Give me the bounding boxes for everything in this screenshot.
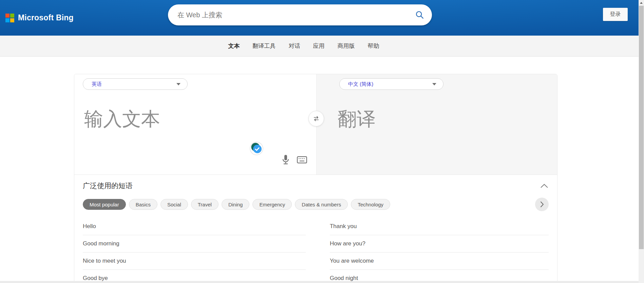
swap-languages-icon	[312, 115, 320, 122]
phrase-item[interactable]: Thank you	[330, 218, 549, 235]
phrase-item[interactable]: Hello	[83, 218, 306, 235]
phrase-column-target: Thank youHow are you?You are welcomeGood…	[330, 218, 549, 283]
target-language-label: 中文 (简体)	[348, 81, 373, 87]
target-language-dropdown[interactable]: 中文 (简体)	[339, 78, 443, 90]
phrase-item[interactable]: How are you?	[330, 235, 549, 252]
check-badge-icon[interactable]	[250, 142, 263, 155]
logo-square-green	[10, 14, 14, 18]
chip-social[interactable]: Social	[160, 199, 188, 210]
phrases-title: 广泛使用的短语	[83, 181, 133, 190]
chip-emergency[interactable]: Emergency	[252, 199, 292, 210]
next-categories-button[interactable]	[535, 198, 549, 211]
tab-help[interactable]: 帮助	[361, 36, 386, 56]
translation-output: 翻译	[338, 109, 554, 175]
scroll-up-icon	[640, 2, 643, 4]
microphone-button[interactable]	[281, 154, 290, 166]
phrase-item[interactable]: Nice to meet you	[83, 252, 306, 270]
scroll-up-button[interactable]	[639, 0, 644, 6]
navbar: 文本翻译工具对话应用商用版帮助	[0, 36, 644, 57]
target-pane: 中文 (简体) 翻译	[316, 74, 557, 175]
logo-square-yellow	[10, 18, 14, 22]
chevron-up-icon	[540, 184, 548, 188]
collapse-phrases-button[interactable]	[540, 182, 549, 189]
phrase-column-source: HelloGood morningNice to meet youGood by…	[83, 218, 306, 283]
tab-apps[interactable]: 应用	[307, 36, 331, 56]
chip-dining[interactable]: Dining	[222, 199, 250, 210]
source-pane: 英语 输入文本	[74, 74, 316, 175]
header: Microsoft Bing 登录	[0, 0, 644, 36]
phrase-item[interactable]: You are welcome	[330, 252, 549, 270]
microsoft-logo-icon	[5, 14, 14, 22]
chip-travel[interactable]: Travel	[191, 199, 219, 210]
search-button[interactable]	[408, 4, 432, 25]
translator-card: 英语 输入文本	[74, 74, 557, 283]
chevron-down-icon	[176, 83, 181, 85]
logo-square-red	[5, 14, 10, 18]
microphone-icon	[282, 155, 290, 165]
scrollbar[interactable]	[639, 0, 644, 283]
nav-tabs: 文本翻译工具对话应用商用版帮助	[222, 36, 386, 56]
source-text-input[interactable]: 输入文本	[84, 109, 313, 175]
chip-most-popular[interactable]: Most popular	[83, 199, 126, 210]
source-placeholder: 输入文本	[84, 109, 313, 128]
chevron-right-icon	[540, 201, 544, 208]
chip-dates-numbers[interactable]: Dates & numbers	[295, 199, 348, 210]
output-placeholder: 翻译	[338, 109, 554, 128]
tab-text[interactable]: 文本	[222, 36, 246, 56]
search-input[interactable]	[168, 11, 408, 19]
chevron-down-icon	[432, 83, 436, 85]
tab-conversation[interactable]: 对话	[282, 36, 307, 56]
keyboard-icon	[297, 156, 307, 163]
bing-home-link[interactable]: Microsoft Bing	[5, 0, 74, 36]
chip-technology[interactable]: Technology	[351, 199, 390, 210]
brand-title: Microsoft Bing	[18, 13, 74, 22]
translator-panels: 英语 输入文本	[74, 74, 557, 175]
phrase-categories: Most popularBasicsSocialTravelDiningEmer…	[83, 199, 390, 210]
sign-in-button[interactable]: 登录	[603, 8, 628, 21]
scrollbar-thumb[interactable]	[639, 6, 644, 249]
tab-business[interactable]: 商用版	[331, 36, 361, 56]
swap-languages-button[interactable]	[308, 111, 324, 126]
search-icon	[415, 11, 424, 20]
logo-square-blue	[5, 18, 10, 22]
web-search-box	[168, 4, 432, 25]
chip-basics[interactable]: Basics	[129, 199, 157, 210]
footer-strip	[0, 281, 639, 283]
source-language-dropdown[interactable]: 英语	[83, 78, 188, 90]
phrase-item[interactable]: Good morning	[83, 235, 306, 252]
phrases-section: 广泛使用的短语 Most popularBasicsSocialTravelDi…	[74, 175, 557, 283]
keyboard-button[interactable]	[297, 156, 307, 163]
tab-translator-tools[interactable]: 翻译工具	[246, 36, 282, 56]
source-language-label: 英语	[92, 81, 102, 87]
